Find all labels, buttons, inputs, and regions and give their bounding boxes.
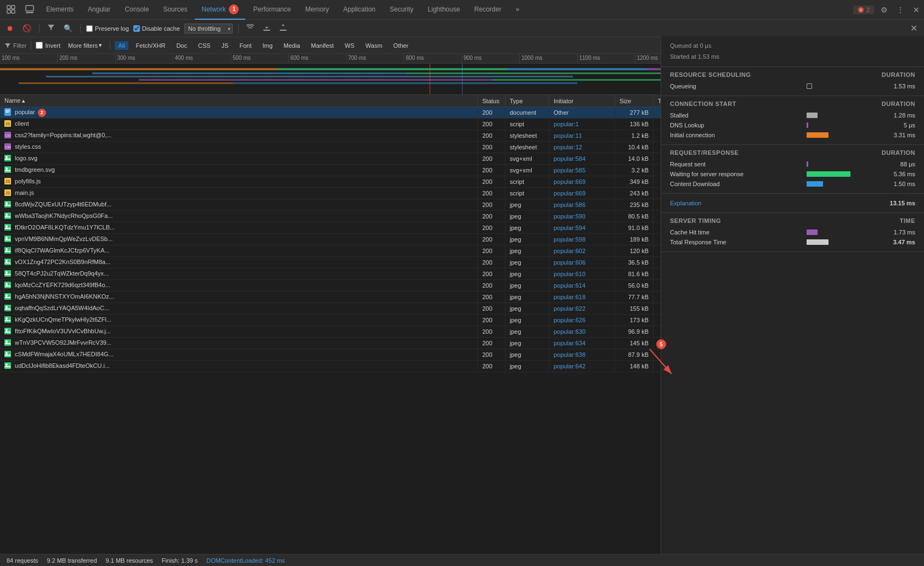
throttle-select[interactable]: No throttling Slow 3G Fast 3G Offline xyxy=(184,24,233,33)
filter-font[interactable]: Font xyxy=(236,41,255,50)
filter-js[interactable]: JS xyxy=(218,41,232,50)
network-toolbar: ⏺ 🚫 🔍 Preserve log Disable cache No thro… xyxy=(0,20,924,37)
tab-more[interactable]: » xyxy=(509,0,526,20)
initiator-link[interactable]: popular:638 xyxy=(554,351,585,358)
initiator-link[interactable]: popular:586 xyxy=(554,201,585,208)
initiator-link[interactable]: popular:642 xyxy=(554,363,585,369)
cell-initiator: popular:642 xyxy=(549,361,615,372)
initiator-link[interactable]: popular:622 xyxy=(554,305,585,312)
th-status[interactable]: Status xyxy=(478,95,505,107)
devtools-icon[interactable] xyxy=(2,0,20,20)
filter-img[interactable]: Img xyxy=(259,41,275,50)
initiator-link[interactable]: popular:598 xyxy=(554,236,585,243)
tab-elements[interactable]: Elements xyxy=(40,0,80,20)
initiator-link[interactable]: popular:594 xyxy=(554,225,585,231)
cell-type: jpeg xyxy=(505,280,549,292)
filter-wasm[interactable]: Wasm xyxy=(362,41,386,50)
initiator-link[interactable]: popular:590 xyxy=(554,213,585,220)
dock-icon[interactable] xyxy=(21,0,38,20)
disable-cache-checkbox[interactable] xyxy=(133,25,140,32)
tab-console[interactable]: Console xyxy=(118,0,155,20)
more-options-button[interactable]: ⋮ xyxy=(894,3,906,16)
initiator-link[interactable]: popular:626 xyxy=(554,317,585,323)
close-panel-button[interactable]: ✕ xyxy=(908,21,920,36)
invert-label[interactable]: Invert xyxy=(36,42,60,49)
tab-sources[interactable]: Sources xyxy=(156,0,194,20)
filter-doc[interactable]: Doc xyxy=(173,41,190,50)
waiting-bar xyxy=(807,171,850,177)
more-filters-button[interactable]: More filters ▾ xyxy=(65,41,105,50)
dom-content-link[interactable]: DOMContentLoaded: 452 ms xyxy=(206,557,285,564)
initiator-link[interactable]: popular:630 xyxy=(554,328,585,335)
initiator-link[interactable]: popular:610 xyxy=(554,271,585,277)
initiator-link[interactable]: popular:602 xyxy=(554,248,585,254)
throttle-select-wrap[interactable]: No throttling Slow 3G Fast 3G Offline xyxy=(184,24,233,33)
svg-rect-18 xyxy=(4,155,11,161)
cell-initiator: popular:614 xyxy=(549,280,615,292)
filter-css[interactable]: CSS xyxy=(195,41,214,50)
initiator-link[interactable]: popular:11 xyxy=(554,132,582,139)
tab-security[interactable]: Security xyxy=(383,0,420,20)
filter-icon-button[interactable] xyxy=(45,23,57,34)
th-initiator[interactable]: Initiator xyxy=(549,95,615,107)
close-button[interactable]: ✕ xyxy=(911,3,922,16)
disable-cache-label[interactable]: Disable cache xyxy=(133,25,180,32)
cell-name: CSS styles.css xyxy=(0,142,478,153)
cell-type: jpeg xyxy=(505,326,549,338)
th-name[interactable]: Name ▴ xyxy=(0,95,478,107)
cell-name: 58QT4cPJ2u2TqWZkterDq9q4yx... xyxy=(0,268,478,280)
search-button[interactable]: 🔍 xyxy=(61,23,75,33)
filter-all[interactable]: All xyxy=(115,41,128,50)
filter-ws[interactable]: WS xyxy=(341,41,358,50)
tab-lighthouse[interactable]: Lighthouse xyxy=(421,0,467,20)
filter-separator-1 xyxy=(31,41,31,50)
tab-application[interactable]: Application xyxy=(337,0,382,20)
settings-button[interactable]: ⚙ xyxy=(878,3,890,16)
filter-manifest[interactable]: Manifest xyxy=(308,41,337,50)
preserve-log-label[interactable]: Preserve log xyxy=(86,25,129,32)
import-button[interactable] xyxy=(261,23,273,34)
initiator-link[interactable]: popular:669 xyxy=(554,178,585,185)
svg-rect-9 xyxy=(5,110,10,110)
initiator-link[interactable]: popular:585 xyxy=(554,167,585,173)
initiator-link[interactable]: popular:606 xyxy=(554,259,585,266)
tab-memory[interactable]: Memory xyxy=(298,0,335,20)
cell-size: 10.4 kB xyxy=(615,142,653,153)
row-icon xyxy=(4,247,11,255)
initiator-link[interactable]: popular:669 xyxy=(554,190,585,197)
clear-button[interactable]: 🚫 xyxy=(20,23,33,33)
th-type[interactable]: Type xyxy=(505,95,549,107)
filter-separator-2 xyxy=(110,41,110,50)
tabs-left: Elements Angular Console Sources Network… xyxy=(2,0,853,20)
th-size[interactable]: Size xyxy=(615,95,653,107)
transferred-size: 9.2 MB transferred xyxy=(47,557,97,564)
filter-other[interactable]: Other xyxy=(390,41,412,50)
preserve-log-checkbox[interactable] xyxy=(86,25,93,32)
tab-recorder[interactable]: Recorder xyxy=(467,0,508,20)
cell-initiator: popular:610 xyxy=(549,268,615,280)
export-button[interactable] xyxy=(277,23,289,34)
initiator-link[interactable]: popular:634 xyxy=(554,340,585,346)
initiator-link[interactable]: popular:12 xyxy=(554,144,582,150)
svg-rect-36 xyxy=(4,259,11,265)
cell-initiator: Other xyxy=(549,107,615,119)
initiator-link[interactable]: popular:584 xyxy=(554,155,585,162)
invert-checkbox[interactable] xyxy=(36,42,43,49)
cell-size: 1.2 kB xyxy=(615,130,653,142)
explanation-link[interactable]: Explanation xyxy=(670,200,702,206)
tab-angular[interactable]: Angular xyxy=(81,0,117,20)
initiator-link[interactable]: popular:614 xyxy=(554,282,585,289)
svg-text:JS: JS xyxy=(5,180,10,183)
wifi-icon-button[interactable] xyxy=(244,23,256,33)
record-button[interactable]: ⏺ xyxy=(4,23,16,33)
initiator-link[interactable]: popular:618 xyxy=(554,294,585,300)
row-icon xyxy=(4,224,11,232)
row-icon: JS xyxy=(4,178,11,186)
filter-media[interactable]: Media xyxy=(280,41,303,50)
filter-xhr[interactable]: Fetch/XHR xyxy=(133,41,169,50)
error-icon: ! xyxy=(858,7,864,13)
tab-network[interactable]: Network 1 xyxy=(195,0,245,20)
cell-size: 77.7 kB xyxy=(615,292,653,303)
initiator-link[interactable]: popular:1 xyxy=(554,121,579,127)
tab-performance[interactable]: Performance xyxy=(246,0,297,20)
